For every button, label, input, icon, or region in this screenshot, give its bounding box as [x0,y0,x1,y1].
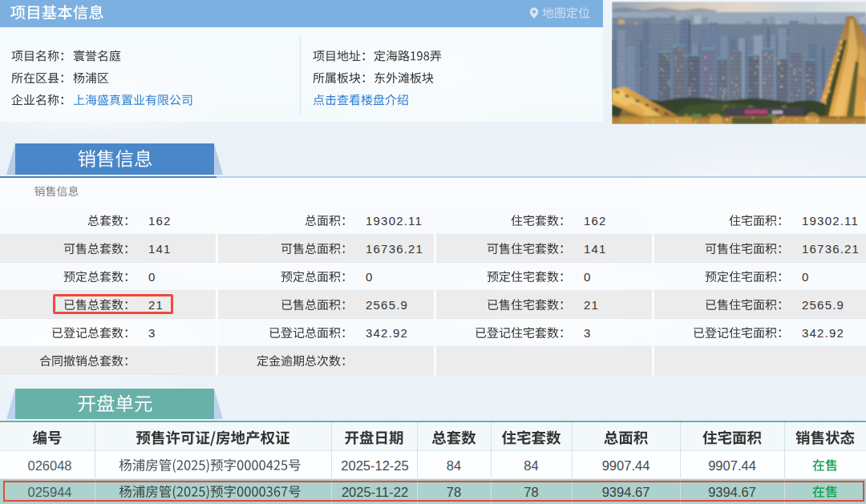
svg-text:19302.11: 19302.11 [802,214,859,228]
svg-text:025944: 025944 [27,485,71,499]
svg-text:162: 162 [148,214,172,228]
svg-text:78: 78 [524,485,538,499]
svg-text:342.92: 342.92 [802,326,844,340]
svg-text:9907.44: 9907.44 [708,458,756,473]
svg-text:19302.11: 19302.11 [366,214,423,228]
svg-text:3: 3 [148,326,156,340]
svg-text:78: 78 [447,485,461,499]
svg-text:0: 0 [148,270,156,284]
svg-text:21: 21 [148,298,164,312]
svg-text:141: 141 [584,242,607,256]
svg-text:16736.21: 16736.21 [366,242,423,256]
svg-text:162: 162 [584,214,607,228]
svg-text:9907.44: 9907.44 [602,458,650,473]
svg-text:84: 84 [524,458,538,473]
svg-text:0: 0 [366,270,374,284]
svg-text:3: 3 [584,326,592,340]
svg-text:2025-12-25: 2025-12-25 [341,458,408,473]
svg-text:9394.67: 9394.67 [602,485,650,499]
svg-text:141: 141 [148,242,172,256]
svg-text:342.92: 342.92 [366,326,408,340]
svg-text:9394.67: 9394.67 [708,485,756,499]
svg-text:21: 21 [584,298,599,312]
svg-text:2565.9: 2565.9 [366,298,408,312]
svg-text:0: 0 [802,270,810,284]
svg-text:2025-11-22: 2025-11-22 [342,485,408,499]
svg-text:026048: 026048 [27,458,71,473]
svg-text:16736.21: 16736.21 [802,242,860,256]
svg-text:2565.9: 2565.9 [802,298,844,312]
svg-text:84: 84 [447,458,461,473]
svg-text:0: 0 [584,270,592,284]
